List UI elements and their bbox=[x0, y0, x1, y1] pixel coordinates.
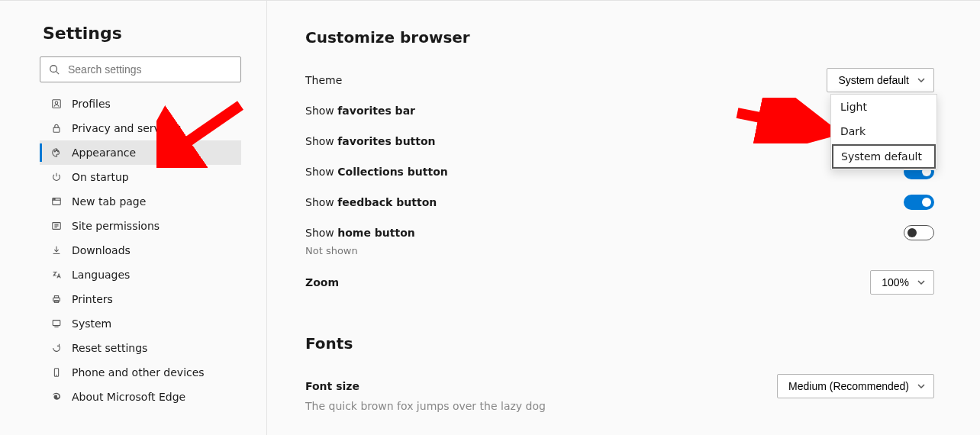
chevron-down-icon bbox=[917, 278, 926, 287]
theme-option-system-default[interactable]: System default bbox=[832, 144, 936, 169]
download-icon bbox=[50, 244, 63, 256]
svg-point-3 bbox=[55, 102, 58, 105]
zoom-label: Zoom bbox=[305, 276, 339, 288]
printer-icon bbox=[50, 293, 63, 305]
power-icon bbox=[50, 171, 63, 183]
search-icon bbox=[49, 64, 60, 75]
fonts-title: Fonts bbox=[305, 334, 934, 353]
svg-rect-18 bbox=[54, 296, 58, 298]
sidebar-item-label: New tab page bbox=[72, 195, 146, 208]
sidebar-item-label: Profiles bbox=[72, 98, 111, 110]
sidebar-item-appearance[interactable]: Appearance bbox=[40, 140, 241, 165]
collections-button-label: Show Collections button bbox=[305, 166, 448, 178]
sidebar-item-label: Appearance bbox=[72, 147, 136, 159]
newtab-icon bbox=[50, 195, 63, 208]
sidebar-item-label: On startup bbox=[72, 171, 129, 183]
customize-browser-title: Customize browser bbox=[305, 28, 934, 47]
svg-point-7 bbox=[57, 151, 58, 152]
svg-point-0 bbox=[50, 66, 57, 72]
svg-point-10 bbox=[53, 199, 54, 200]
svg-rect-4 bbox=[53, 127, 60, 132]
theme-option-light[interactable]: Light bbox=[831, 95, 936, 119]
favorites-bar-label: Show favorites bar bbox=[305, 105, 415, 117]
sidebar-item-profiles[interactable]: Profiles bbox=[40, 92, 241, 116]
font-size-value: Medium (Recommended) bbox=[788, 380, 909, 392]
sidebar-item-label: Downloads bbox=[72, 244, 131, 256]
sidebar-item-label: System bbox=[72, 317, 111, 330]
system-icon bbox=[50, 317, 63, 330]
theme-dropdown-menu: Light Dark System default bbox=[830, 94, 937, 170]
reset-icon bbox=[50, 342, 63, 354]
profiles-icon bbox=[50, 98, 63, 110]
sidebar-item-label: Printers bbox=[72, 293, 113, 305]
search-wrap bbox=[40, 56, 241, 82]
feedback-button-label: Show feedback button bbox=[305, 196, 437, 208]
sidebar-item-startup[interactable]: On startup bbox=[40, 165, 241, 189]
sidebar-item-label: Languages bbox=[72, 269, 130, 281]
sidebar-item-system[interactable]: System bbox=[40, 311, 241, 336]
sidebar-item-label: Site permissions bbox=[72, 220, 160, 232]
home-toggle[interactable] bbox=[904, 225, 934, 240]
svg-point-11 bbox=[54, 199, 55, 200]
permissions-icon bbox=[50, 220, 63, 232]
sidebar-item-newtab[interactable]: New tab page bbox=[40, 189, 241, 214]
home-button-label: Show home button bbox=[305, 227, 415, 239]
palette-icon bbox=[50, 147, 63, 159]
sidebar-item-site-permissions[interactable]: Site permissions bbox=[40, 214, 241, 238]
sidebar-item-languages[interactable]: Languages bbox=[40, 263, 241, 287]
zoom-dropdown[interactable]: 100% bbox=[870, 270, 934, 295]
chevron-down-icon bbox=[917, 382, 926, 391]
theme-value: System default bbox=[838, 74, 909, 86]
sidebar-item-label: Phone and other devices bbox=[72, 366, 205, 379]
font-size-label: Font size bbox=[305, 380, 359, 392]
search-input[interactable] bbox=[40, 56, 241, 82]
theme-option-dark[interactable]: Dark bbox=[831, 119, 936, 143]
edge-icon bbox=[50, 391, 63, 403]
font-size-dropdown[interactable]: Medium (Recommended) bbox=[777, 374, 934, 398]
feedback-toggle[interactable] bbox=[904, 195, 934, 210]
chevron-down-icon bbox=[917, 76, 926, 85]
sidebar-item-label: About Microsoft Edge bbox=[72, 391, 185, 403]
svg-point-6 bbox=[56, 150, 56, 150]
favorites-button-label: Show favorites button bbox=[305, 135, 436, 147]
font-preview-text: The quick brown fox jumps over the lazy … bbox=[305, 400, 934, 412]
sidebar-item-phone[interactable]: Phone and other devices bbox=[40, 360, 241, 385]
svg-point-5 bbox=[54, 151, 55, 152]
sidebar-item-label: Privacy and services bbox=[72, 122, 181, 134]
theme-label: Theme bbox=[305, 74, 342, 86]
zoom-value: 100% bbox=[882, 276, 909, 288]
svg-rect-20 bbox=[53, 321, 60, 326]
sidebar-item-reset[interactable]: Reset settings bbox=[40, 336, 241, 360]
languages-icon bbox=[50, 269, 63, 281]
theme-dropdown[interactable]: System default bbox=[827, 68, 934, 92]
sidebar-item-label: Reset settings bbox=[72, 342, 147, 354]
settings-title: Settings bbox=[43, 24, 266, 43]
svg-line-1 bbox=[56, 72, 60, 75]
sidebar-item-downloads[interactable]: Downloads bbox=[40, 238, 241, 263]
sidebar-item-about[interactable]: About Microsoft Edge bbox=[40, 385, 241, 409]
home-button-subtext: Not shown bbox=[305, 245, 934, 256]
sidebar-item-privacy[interactable]: Privacy and services bbox=[40, 116, 241, 140]
phone-icon bbox=[50, 366, 63, 379]
lock-icon bbox=[50, 122, 63, 134]
sidebar-item-printers[interactable]: Printers bbox=[40, 287, 241, 311]
